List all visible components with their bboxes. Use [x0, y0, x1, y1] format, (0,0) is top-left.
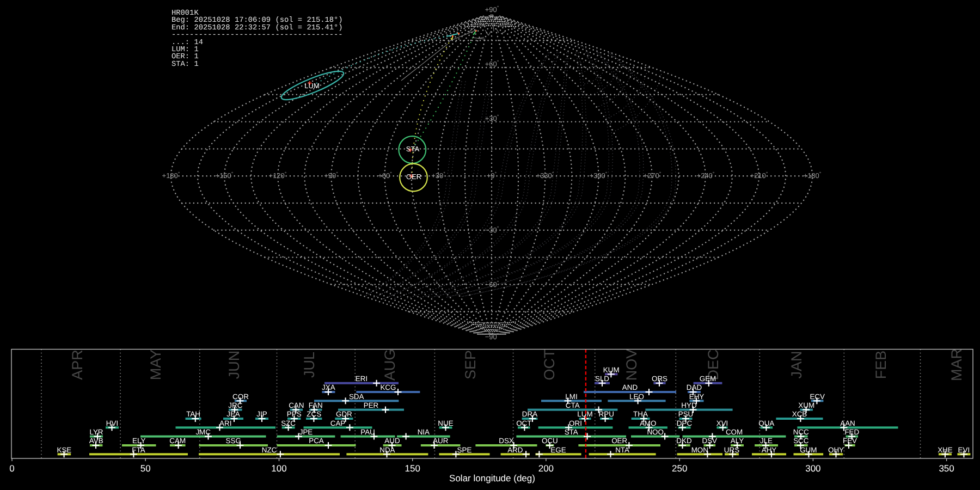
svg-text:PER: PER [364, 401, 379, 409]
svg-text:ARD: ARD [507, 446, 523, 454]
svg-text:DSX: DSX [499, 437, 514, 445]
svg-text:SSG: SSG [226, 437, 241, 445]
svg-text:+240°: +240° [697, 171, 715, 180]
svg-text:AND: AND [622, 383, 638, 391]
svg-text:OCU: OCU [542, 437, 558, 445]
svg-text:NOV: NOV [623, 349, 640, 381]
svg-text:AHY: AHY [762, 446, 777, 454]
svg-text:EVI: EVI [958, 446, 970, 454]
svg-text:MAR: MAR [948, 348, 965, 381]
svg-text:JEA: JEA [226, 410, 240, 418]
svg-text:XVI: XVI [716, 419, 728, 427]
svg-text:ALY: ALY [731, 437, 744, 445]
svg-text:TAH: TAH [186, 410, 200, 418]
svg-text:JLE: JLE [760, 437, 773, 445]
svg-text:FEB: FEB [873, 351, 889, 379]
svg-text:OCT: OCT [516, 419, 531, 427]
svg-text:STA: STA [565, 428, 578, 436]
svg-text:EHY: EHY [689, 393, 705, 401]
svg-text:OCT: OCT [541, 350, 558, 381]
svg-text:NCC: NCC [793, 428, 809, 436]
svg-text:JUL: JUL [301, 352, 317, 378]
svg-text:AUR: AUR [433, 437, 449, 445]
svg-text:RPU: RPU [599, 410, 614, 418]
svg-text:+180°: +180° [804, 171, 822, 180]
svg-text:ECV: ECV [810, 393, 825, 401]
svg-text:COM: COM [726, 428, 743, 436]
svg-text:JXA: JXA [322, 383, 335, 391]
svg-text:SZC: SZC [281, 419, 296, 427]
svg-text:50: 50 [140, 463, 151, 474]
svg-text:SDA: SDA [349, 393, 364, 401]
svg-text:DRA: DRA [522, 410, 537, 418]
svg-text:XCB: XCB [792, 410, 807, 418]
svg-text:PCA: PCA [309, 437, 324, 445]
svg-text:ORS: ORS [652, 375, 667, 383]
svg-text:ELY: ELY [132, 437, 145, 445]
svg-text:JUN: JUN [226, 351, 242, 379]
svg-text:ARI: ARI [219, 419, 231, 427]
svg-text:ZCS: ZCS [307, 410, 321, 418]
svg-text:KCG: KCG [380, 383, 396, 391]
svg-text:Solar longitude (deg): Solar longitude (deg) [449, 473, 535, 483]
svg-text:NZC: NZC [262, 446, 277, 454]
svg-text:MAY: MAY [148, 350, 164, 381]
svg-text:DPC: DPC [677, 419, 693, 427]
svg-text:GEM: GEM [700, 375, 716, 383]
svg-text:PAU: PAU [360, 428, 375, 436]
svg-text:JAN: JAN [788, 351, 805, 378]
svg-text:NUE: NUE [438, 419, 453, 427]
svg-text:LUM: LUM [577, 410, 592, 418]
svg-text:NIA: NIA [418, 428, 430, 436]
svg-text:AAN: AAN [840, 419, 855, 427]
svg-text:100: 100 [271, 463, 286, 474]
svg-text:+330°: +330° [536, 171, 554, 180]
svg-text:CTA: CTA [566, 401, 580, 409]
svg-text:+300°: +300° [590, 171, 608, 180]
svg-text:CAM: CAM [169, 437, 186, 445]
svg-text:+150°: +150° [216, 171, 234, 180]
svg-text:SEP: SEP [462, 350, 479, 379]
svg-text:NTA: NTA [615, 446, 629, 454]
svg-text:KUM: KUM [603, 366, 620, 374]
svg-text:AUD: AUD [384, 437, 400, 445]
svg-text:JRC: JRC [228, 401, 242, 409]
svg-text:SPE: SPE [457, 446, 472, 454]
svg-text:HVI: HVI [106, 419, 118, 427]
svg-text:URS: URS [724, 446, 739, 454]
svg-text:150: 150 [405, 463, 420, 474]
svg-text:QUA: QUA [758, 419, 774, 427]
svg-text:+210°: +210° [750, 171, 768, 180]
svg-text:ERI: ERI [356, 375, 367, 383]
svg-text:CAP: CAP [330, 419, 346, 427]
svg-text:LMI: LMI [565, 393, 577, 401]
svg-text:250: 250 [672, 463, 687, 474]
svg-text:350: 350 [939, 463, 954, 474]
svg-text:+120°: +120° [269, 171, 287, 180]
svg-text:FTA: FTA [132, 446, 145, 454]
svg-text:SCC: SCC [793, 437, 809, 445]
svg-text:CAN: CAN [289, 401, 304, 409]
svg-text:SLD: SLD [595, 375, 609, 383]
svg-text:PPS: PPS [287, 410, 302, 418]
svg-text:OER: OER [406, 173, 421, 181]
svg-text:JPE: JPE [299, 428, 313, 436]
svg-text:FED: FED [844, 428, 859, 436]
svg-text:200: 200 [538, 463, 554, 474]
svg-text:DAD: DAD [687, 383, 702, 391]
svg-text:COR: COR [232, 393, 249, 401]
svg-text:OER: OER [611, 437, 627, 445]
svg-text:MON: MON [691, 446, 708, 454]
svg-text:DKD: DKD [676, 437, 692, 445]
svg-text:EGE: EGE [550, 446, 566, 454]
svg-text:ORI: ORI [569, 419, 582, 427]
svg-text:GDR: GDR [336, 410, 352, 418]
svg-text:JIP: JIP [256, 410, 267, 418]
svg-text:OHY: OHY [828, 446, 844, 454]
svg-text:HYD: HYD [681, 401, 697, 409]
svg-text:THA: THA [633, 410, 648, 418]
svg-text:NOO: NOO [647, 428, 664, 436]
svg-text:LYR: LYR [89, 428, 103, 436]
svg-text:GUM: GUM [800, 446, 817, 454]
svg-text:JMC: JMC [195, 428, 211, 436]
